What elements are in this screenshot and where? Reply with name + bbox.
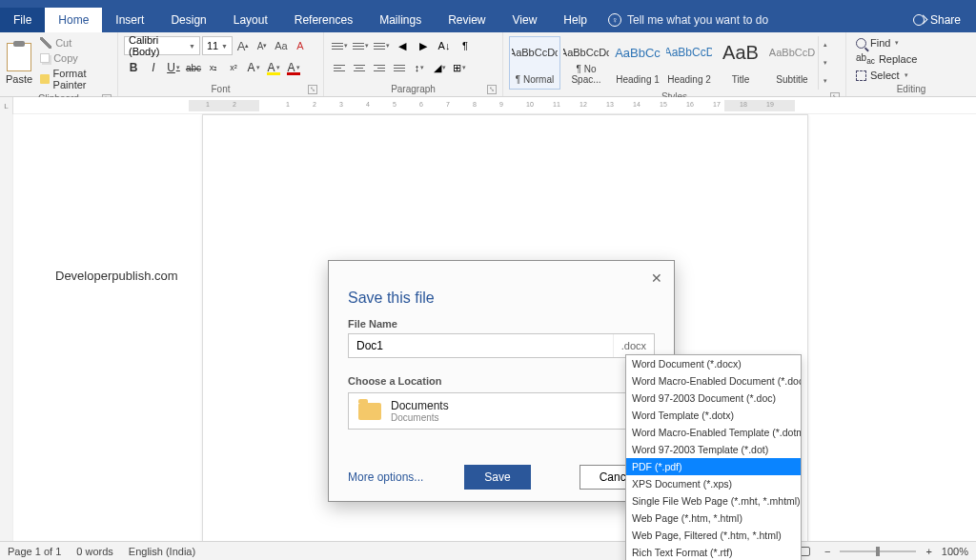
paragraph-launcher-icon[interactable]: ⤡: [487, 85, 497, 94]
ribbon: Paste Cut Copy Format Painter Clipboard⤡…: [0, 32, 976, 97]
tab-home[interactable]: Home: [45, 8, 102, 32]
location-select[interactable]: Documents Documents: [348, 392, 655, 430]
superscript-button[interactable]: x²: [224, 58, 243, 77]
font-color-button[interactable]: A▾: [284, 58, 303, 77]
font-launcher-icon[interactable]: ⤡: [308, 85, 317, 94]
font-size-select[interactable]: 11▼: [202, 36, 233, 55]
chevron-down-icon: ▼: [189, 43, 195, 50]
style-name-label: Heading 2: [666, 74, 712, 85]
more-options-link[interactable]: More options...: [348, 470, 423, 484]
tab-layout[interactable]: Layout: [220, 8, 281, 32]
copy-button[interactable]: Copy: [36, 51, 112, 65]
format-option[interactable]: XPS Document (*.xps): [626, 475, 801, 492]
italic-button[interactable]: I: [144, 58, 163, 77]
format-option[interactable]: Web Page (*.htm, *.html): [626, 510, 801, 527]
multilevel-button[interactable]: ▾: [372, 36, 391, 55]
format-option[interactable]: Word 97-2003 Template (*.dot): [626, 441, 801, 458]
align-left-button[interactable]: [330, 58, 349, 77]
select-label: Select: [870, 70, 900, 81]
highlight-color-button[interactable]: A▾: [264, 58, 283, 77]
tab-references[interactable]: References: [281, 8, 366, 32]
format-option[interactable]: Word Template (*.dotx): [626, 407, 801, 424]
style-subtitle[interactable]: AaBbCcDSubtitle: [766, 36, 818, 90]
tab-view[interactable]: View: [499, 8, 551, 32]
format-painter-label: Format Painter: [53, 68, 108, 90]
decrease-indent-button[interactable]: ◀: [393, 36, 412, 55]
chevron-down-icon: ▾: [905, 71, 908, 79]
format-option[interactable]: Word Macro-Enabled Document (*.docm): [626, 372, 801, 390]
shading-button[interactable]: ◢▾: [430, 58, 449, 77]
dialog-title: Save this file: [329, 261, 674, 318]
file-format-dropdown: Word Document (*.docx)Word Macro-Enabled…: [625, 354, 802, 560]
format-painter-button[interactable]: Format Painter: [36, 67, 112, 91]
status-words[interactable]: 0 words: [76, 546, 113, 557]
tab-file[interactable]: File: [0, 8, 45, 32]
text-effects-button[interactable]: A▾: [244, 58, 263, 77]
find-button[interactable]: Find▾: [852, 36, 970, 50]
format-option[interactable]: Rich Text Format (*.rtf): [626, 544, 801, 560]
share-icon: [913, 14, 925, 26]
page-area[interactable]: Developerpublish.com ✕ Save this file Fi…: [13, 114, 976, 543]
format-option[interactable]: Word Macro-Enabled Template (*.dotm): [626, 424, 801, 441]
zoom-percent[interactable]: 100%: [942, 546, 968, 557]
styles-gallery-more[interactable]: ▴▾▾: [818, 36, 831, 90]
bullets-button[interactable]: ▾: [330, 36, 349, 55]
style-heading2[interactable]: AaBbCcDHeading 2: [663, 36, 715, 90]
tell-me-box[interactable]: ♀ Tell me what you want to do: [600, 13, 768, 27]
style-normal[interactable]: AaBbCcDd¶ Normal: [509, 36, 560, 90]
replace-button[interactable]: abacReplace: [852, 51, 970, 67]
zoom-slider[interactable]: [840, 550, 916, 552]
zoom-thumb[interactable]: [876, 547, 880, 556]
align-center-button[interactable]: [350, 58, 369, 77]
save-button[interactable]: Save: [464, 465, 530, 490]
shrink-font-button[interactable]: A▾: [254, 36, 271, 55]
group-font: Calibri (Body)▼ 11▼ A▴ A▾ Aa A B I U▾ ab…: [118, 32, 324, 96]
tab-insert[interactable]: Insert: [102, 8, 157, 32]
style-no-spacing[interactable]: AaBbCcDd¶ No Spac...: [560, 36, 612, 90]
subscript-button[interactable]: x₂: [204, 58, 223, 77]
tab-mailings[interactable]: Mailings: [366, 8, 435, 32]
filename-input[interactable]: [349, 334, 613, 357]
font-size-value: 11: [207, 40, 218, 51]
format-option[interactable]: Single File Web Page (*.mht, *.mhtml): [626, 492, 801, 510]
format-option[interactable]: Word Document (*.docx): [626, 355, 801, 372]
clear-format-button[interactable]: A: [292, 36, 309, 55]
numbering-button[interactable]: ▾: [351, 36, 370, 55]
increase-indent-button[interactable]: ▶: [414, 36, 433, 55]
line-spacing-button[interactable]: ↕▾: [410, 58, 429, 77]
status-page[interactable]: Page 1 of 1: [8, 546, 61, 557]
format-painter-icon: [40, 74, 49, 84]
vertical-ruler: [0, 114, 13, 543]
select-button[interactable]: Select▾: [852, 69, 970, 82]
justify-button[interactable]: [390, 58, 409, 77]
sort-button[interactable]: A↓: [435, 36, 454, 55]
style-name-label: Subtitle: [769, 74, 815, 85]
tab-design[interactable]: Design: [157, 8, 219, 32]
format-option[interactable]: Web Page, Filtered (*.htm, *.html): [626, 527, 801, 544]
zoom-out-button[interactable]: −: [821, 546, 834, 557]
borders-button[interactable]: ⊞▾: [450, 58, 469, 77]
format-option[interactable]: Word 97-2003 Document (*.doc): [626, 390, 801, 407]
bold-button[interactable]: B: [124, 58, 143, 77]
strikethrough-button[interactable]: abc: [184, 58, 203, 77]
tell-me-label: Tell me what you want to do: [627, 13, 768, 27]
share-button[interactable]: Share: [898, 13, 976, 27]
format-option[interactable]: PDF (*.pdf): [626, 458, 801, 475]
style-title[interactable]: AaBTitle: [715, 36, 766, 90]
style-preview: AaB: [718, 41, 763, 64]
align-right-button[interactable]: [370, 58, 389, 77]
status-language[interactable]: English (India): [129, 546, 195, 557]
close-button[interactable]: ✕: [651, 270, 662, 286]
underline-button[interactable]: U▾: [164, 58, 183, 77]
show-marks-button[interactable]: ¶: [456, 36, 475, 55]
title-bar: [0, 0, 976, 8]
zoom-in-button[interactable]: +: [922, 546, 935, 557]
paste-button[interactable]: Paste: [6, 43, 32, 85]
cut-button[interactable]: Cut: [36, 36, 112, 50]
style-heading1[interactable]: AaBbCcHeading 1: [612, 36, 663, 90]
tab-help[interactable]: Help: [550, 8, 600, 32]
change-case-button[interactable]: Aa: [273, 36, 290, 55]
font-family-select[interactable]: Calibri (Body)▼: [124, 36, 200, 55]
grow-font-button[interactable]: A▴: [234, 36, 252, 55]
tab-review[interactable]: Review: [435, 8, 498, 32]
